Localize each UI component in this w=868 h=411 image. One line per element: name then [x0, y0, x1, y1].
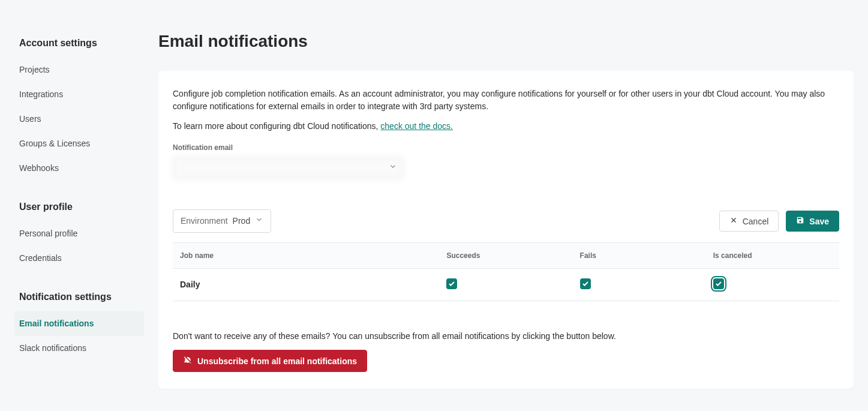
- unsubscribe-text: Don't want to receive any of these email…: [173, 330, 839, 343]
- environment-label: Environment: [181, 215, 228, 227]
- checkbox-fails[interactable]: [580, 278, 591, 289]
- page-title: Email notifications: [158, 29, 854, 54]
- sidebar-item-webhooks[interactable]: Webhooks: [14, 156, 144, 181]
- sidebar-item-slack-notifications[interactable]: Slack notifications: [14, 336, 144, 361]
- sidebar-section-account: Account settings Projects Integrations U…: [14, 34, 144, 181]
- sidebar-heading-account: Account settings: [14, 34, 144, 53]
- sidebar-item-email-notifications[interactable]: Email notifications: [14, 311, 144, 336]
- intro-prefix: To learn more about configuring dbt Clou…: [173, 121, 380, 131]
- notification-email-select-wrap: [173, 157, 403, 179]
- sidebar-item-integrations[interactable]: Integrations: [14, 82, 144, 107]
- notification-email-select[interactable]: [173, 157, 403, 179]
- sidebar-item-projects[interactable]: Projects: [14, 58, 144, 82]
- jobs-table: Job name Succeeds Fails Is canceled Dail…: [173, 242, 839, 301]
- sidebar: Account settings Projects Integrations U…: [14, 14, 144, 397]
- unsubscribe-label: Unsubscribe from all email notifications: [197, 356, 357, 366]
- col-header-job-name: Job name: [173, 243, 439, 269]
- sidebar-item-credentials[interactable]: Credentials: [14, 246, 144, 271]
- col-header-is-canceled: Is canceled: [706, 243, 839, 269]
- checkbox-succeeds[interactable]: [446, 278, 457, 289]
- toolbar-actions: Cancel Save: [719, 211, 839, 232]
- col-header-succeeds: Succeeds: [439, 243, 572, 269]
- sidebar-item-personal-profile[interactable]: Personal profile: [14, 221, 144, 246]
- checkbox-is-canceled[interactable]: [713, 278, 724, 289]
- sidebar-heading-notification-settings: Notification settings: [14, 287, 144, 307]
- col-header-fails: Fails: [573, 243, 706, 269]
- save-icon: [796, 216, 804, 226]
- sidebar-item-users[interactable]: Users: [14, 107, 144, 131]
- intro-text: Configure job completion notification em…: [173, 88, 839, 113]
- main-content: Email notifications Configure job comple…: [158, 14, 854, 397]
- save-label: Save: [809, 217, 829, 226]
- environment-select[interactable]: Environment Prod: [173, 209, 271, 233]
- environment-value: Prod: [233, 215, 251, 227]
- sidebar-section-user-profile: User profile Personal profile Credential…: [14, 197, 144, 271]
- bell-slash-icon: [183, 355, 193, 367]
- table-row: Daily: [173, 269, 839, 301]
- job-name-cell: Daily: [173, 269, 439, 301]
- settings-card: Configure job completion notification em…: [158, 71, 854, 389]
- docs-link[interactable]: check out the docs.: [380, 121, 453, 131]
- notification-email-label: Notification email: [173, 142, 839, 153]
- unsubscribe-button[interactable]: Unsubscribe from all email notifications: [173, 350, 367, 372]
- intro-text-2: To learn more about configuring dbt Clou…: [173, 120, 839, 133]
- toolbar: Environment Prod Cancel: [173, 209, 839, 233]
- sidebar-section-notification-settings: Notification settings Email notification…: [14, 287, 144, 361]
- cancel-label: Cancel: [743, 217, 769, 226]
- chevron-down-icon: [255, 215, 263, 227]
- sidebar-heading-user-profile: User profile: [14, 197, 144, 217]
- cancel-button[interactable]: Cancel: [719, 211, 779, 232]
- sidebar-item-groups-licenses[interactable]: Groups & Licenses: [14, 131, 144, 156]
- save-button[interactable]: Save: [786, 211, 839, 232]
- close-icon: [729, 216, 738, 226]
